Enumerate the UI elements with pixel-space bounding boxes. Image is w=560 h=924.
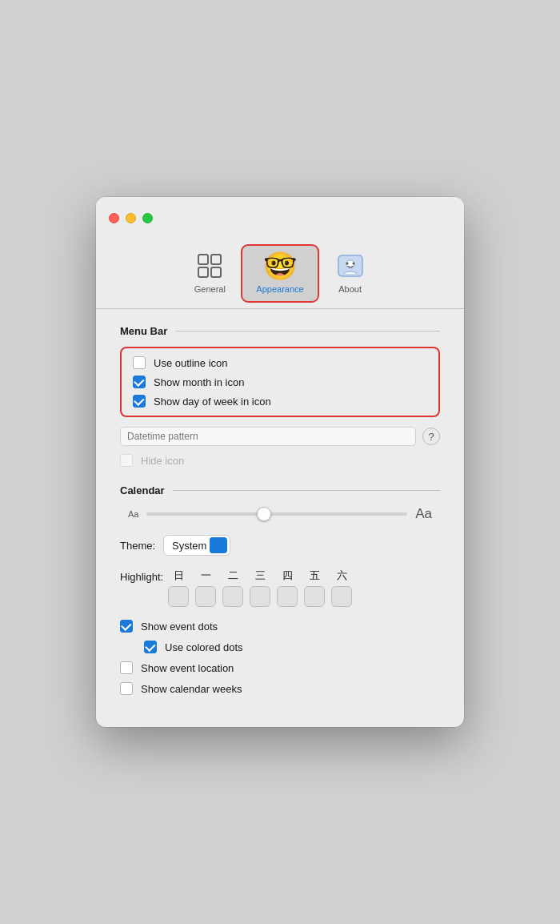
use-colored-dots-checkbox[interactable]: [144, 641, 157, 653]
show-calendar-weeks-checkbox[interactable]: [120, 682, 133, 695]
day-label-mon: 一: [195, 568, 216, 583]
show-month-row: Show month in icon: [133, 376, 427, 388]
day-label-tue: 二: [222, 568, 243, 583]
show-day-checkbox[interactable]: [133, 395, 146, 408]
show-event-dots-row: Show event dots: [120, 620, 440, 633]
datetime-pattern-input[interactable]: [120, 427, 416, 446]
calendar-section-title: Calendar: [120, 484, 165, 496]
theme-select[interactable]: System Light Dark: [163, 535, 230, 556]
traffic-lights: [109, 213, 153, 223]
day-checkbox-mon[interactable]: [195, 586, 216, 607]
show-calendar-weeks-label: Show calendar weeks: [141, 683, 242, 695]
show-event-dots-checkbox[interactable]: [120, 620, 133, 633]
tab-general-label: General: [194, 284, 226, 294]
show-month-checkbox[interactable]: [133, 376, 146, 388]
theme-label: Theme:: [120, 540, 155, 552]
svg-rect-2: [198, 267, 208, 277]
font-small-label: Aa: [128, 509, 138, 519]
preferences-window: General 🤓 Appearance About: [96, 197, 464, 727]
font-size-slider[interactable]: [146, 512, 407, 516]
maximize-button[interactable]: [142, 213, 153, 223]
menubar-section-header: Menu Bar: [120, 325, 440, 337]
datetime-row: ?: [120, 427, 440, 446]
use-colored-dots-row: Use colored dots: [120, 641, 440, 653]
day-checkbox-tue[interactable]: [222, 586, 243, 607]
svg-point-6: [346, 263, 348, 265]
calendar-section-line: [173, 490, 440, 491]
appearance-icon: 🤓: [266, 251, 294, 280]
use-colored-dots-label: Use colored dots: [165, 641, 243, 653]
show-day-row: Show day of week in icon: [133, 395, 427, 408]
tab-appearance-label: Appearance: [256, 284, 303, 294]
day-label-sat: 六: [331, 568, 352, 583]
tab-appearance[interactable]: 🤓 Appearance: [242, 245, 318, 302]
about-icon: [336, 251, 365, 280]
show-day-label: Show day of week in icon: [154, 396, 271, 408]
menubar-section-title: Menu Bar: [120, 325, 167, 337]
svg-rect-0: [198, 255, 208, 264]
bottom-checkboxes: Show event dots Use colored dots Show ev…: [120, 620, 440, 695]
use-outline-icon-row: Use outline icon: [133, 356, 427, 369]
show-event-location-row: Show event location: [120, 661, 440, 674]
highlight-row: Highlight: 日 一 二 三 四 五 六: [120, 568, 440, 607]
hide-icon-label: Hide icon: [141, 455, 184, 467]
toolbar: General 🤓 Appearance About: [96, 239, 464, 302]
minimize-button[interactable]: [126, 213, 136, 223]
theme-select-wrapper: System Light Dark ⌃⌄: [163, 535, 230, 556]
use-outline-icon-checkbox[interactable]: [133, 356, 146, 369]
day-checkbox-sun[interactable]: [168, 586, 189, 607]
days-labels: 日 一 二 三 四 五 六: [168, 568, 352, 583]
day-label-sun: 日: [168, 568, 189, 583]
highlight-label: Highlight:: [120, 568, 163, 585]
hide-icon-checkbox[interactable]: [120, 454, 133, 467]
svg-rect-1: [211, 255, 221, 264]
day-checkbox-wed[interactable]: [250, 586, 270, 607]
show-calendar-weeks-row: Show calendar weeks: [120, 682, 440, 695]
help-button[interactable]: ?: [422, 428, 440, 445]
content: Menu Bar Use outline icon Show month in …: [96, 309, 464, 695]
font-large-label: Aa: [415, 506, 432, 522]
titlebar: [96, 197, 464, 239]
svg-point-7: [352, 263, 354, 265]
svg-rect-3: [211, 267, 221, 277]
font-size-row: Aa Aa: [120, 506, 440, 522]
menubar-section-line: [175, 331, 440, 331]
tab-about[interactable]: About: [318, 245, 382, 302]
hide-icon-row: Hide icon: [120, 454, 440, 467]
general-icon: [195, 251, 224, 280]
slider-thumb: [257, 507, 271, 521]
day-label-fri: 五: [304, 568, 325, 583]
show-event-dots-label: Show event dots: [141, 621, 218, 633]
show-month-label: Show month in icon: [154, 376, 244, 388]
close-button[interactable]: [109, 213, 119, 223]
calendar-section-header: Calendar: [120, 484, 440, 496]
tab-general[interactable]: General: [178, 245, 242, 302]
day-checkbox-fri[interactable]: [304, 586, 325, 607]
day-label-wed: 三: [250, 568, 270, 583]
show-event-location-checkbox[interactable]: [120, 661, 133, 674]
days-checkboxes: [168, 586, 352, 607]
day-checkbox-thu[interactable]: [277, 586, 298, 607]
show-event-location-label: Show event location: [141, 662, 234, 674]
day-checkbox-sat[interactable]: [331, 586, 352, 607]
tab-about-label: About: [338, 284, 362, 294]
menubar-options-box: Use outline icon Show month in icon Show…: [120, 347, 440, 417]
theme-row: Theme: System Light Dark ⌃⌄: [120, 535, 440, 556]
use-outline-icon-label: Use outline icon: [154, 357, 228, 369]
highlight-days: 日 一 二 三 四 五 六: [168, 568, 352, 607]
day-label-thu: 四: [277, 568, 298, 583]
